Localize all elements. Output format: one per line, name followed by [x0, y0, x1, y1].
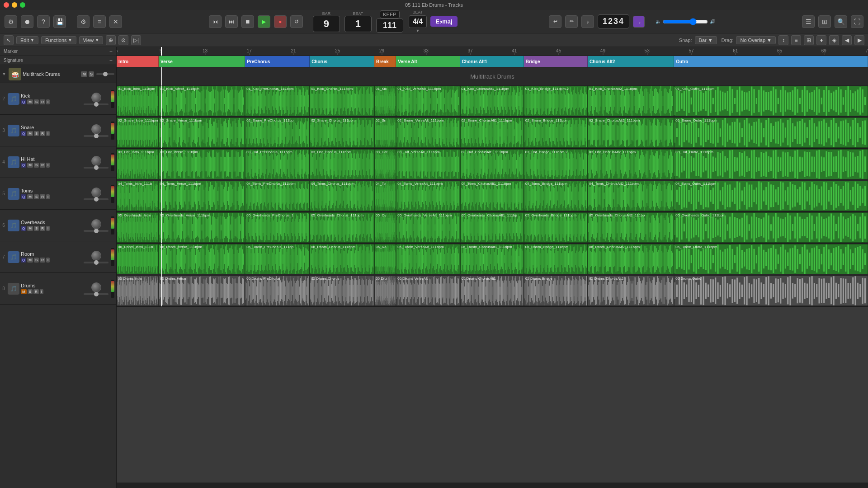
audio-clip-7-3[interactable]: 05 Drums Chorus — [310, 276, 374, 306]
drag-icon2[interactable]: ≡ — [791, 35, 801, 45]
m-btn-1[interactable]: M — [27, 99, 33, 104]
m-btn-6[interactable]: M — [27, 258, 33, 263]
search-button[interactable]: 🔍 — [835, 15, 847, 28]
audio-clip-2-5[interactable]: 02_Snare_VerseAlt_111bpm — [396, 117, 460, 148]
rewind-button[interactable]: ⏮ — [209, 15, 222, 28]
audio-clip-1-2[interactable]: 01_Kick_PreChorus_111bpm — [245, 86, 310, 116]
stop-button[interactable]: ⏹ — [241, 15, 254, 28]
audio-clip-5-0[interactable]: 05_Overheads_Intro — [117, 212, 159, 243]
pan-slider-1[interactable] — [84, 103, 108, 105]
audio-clip-1-7[interactable]: 01_Kick_Bridge_111bpm.2 — [524, 86, 588, 116]
forward-button[interactable]: ⏭ — [225, 15, 238, 28]
loop-button[interactable]: ↩ — [549, 15, 561, 28]
pan-slider-2[interactable] — [84, 135, 108, 137]
audio-clip-7-8[interactable]: 05 Drums ChorusAlt2 — [588, 276, 674, 306]
record-button[interactable]: ● — [274, 15, 287, 28]
audio-clip-6-6[interactable]: 06_Room_ChorusAlt1_111bpm — [460, 244, 524, 274]
audio-clip-3-9[interactable]: 03_Hat_Outro_111bpm — [674, 149, 868, 179]
volume-knob-6[interactable] — [91, 251, 101, 261]
pencil-button[interactable]: ✏ — [565, 15, 578, 28]
drag-icon5[interactable]: ◈ — [829, 35, 839, 45]
drag-icon1[interactable]: ↕ — [778, 35, 788, 45]
audio-clip-5-1[interactable]: 05_Overheads_Verse_111bpm — [159, 212, 245, 243]
setup-button[interactable]: ⚙ — [5, 15, 17, 28]
audio-clip-3-7[interactable]: 03_Hat_Bridge_111bpm.2 — [524, 149, 588, 179]
tuner-button[interactable]: 𝅗 — [633, 16, 645, 28]
audio-clip-3-1[interactable]: 03_Hat_Verse_111bpm — [159, 149, 245, 179]
track-s-btn-0[interactable]: S — [89, 71, 94, 77]
volume-knob-3[interactable] — [91, 156, 101, 166]
list-button[interactable]: ☰ — [802, 15, 815, 28]
pointer-tool[interactable]: ↖ — [4, 35, 14, 45]
m-btn-7[interactable]: M — [21, 289, 27, 294]
master-volume-slider[interactable] — [663, 18, 708, 25]
audio-clip-4-9[interactable]: 04_Toms_Outro_111bpm — [674, 181, 868, 211]
track-pan-0[interactable] — [96, 73, 114, 75]
audio-clip-6-8[interactable]: 06_Room_ChorusAlt2_111bpm — [588, 244, 674, 274]
audio-clip-3-5[interactable]: 03_Hat_VerseAlt_111bpm — [396, 149, 460, 179]
volume-knob-7[interactable] — [91, 282, 101, 292]
pan-slider-7[interactable] — [84, 293, 108, 295]
cycle-button[interactable]: ↺ — [290, 15, 303, 28]
audio-clip-6-0[interactable]: 06_Room_Intro_111b — [117, 244, 159, 274]
audio-clip-4-3[interactable]: 04_Toms_Chorus_111bpm — [310, 181, 374, 211]
pan-slider-3[interactable] — [84, 167, 108, 169]
arrange-segment-bridge[interactable]: Bridge — [524, 56, 588, 67]
audio-button[interactable]: ♪ — [581, 15, 594, 28]
arrange-segment-intro[interactable]: Intro — [117, 56, 159, 67]
arrange-segment-verse[interactable]: Verse — [159, 56, 245, 67]
audio-clip-7-2[interactable]: 05 Drums PreChorus — [245, 276, 310, 306]
record-settings-button[interactable]: ⏺ — [21, 15, 33, 28]
help-button[interactable]: ? — [37, 15, 50, 28]
audio-clip-4-2[interactable]: 04_Toms_PreChorus_111bpm — [245, 181, 310, 211]
edit-menu[interactable]: Edit ▼ — [16, 36, 38, 44]
marker-add-button[interactable]: + — [109, 48, 113, 55]
left-arrow-icon[interactable]: ◀ — [842, 35, 852, 45]
audio-clip-5-9[interactable]: 05_Overheads_Outro_111bpm — [674, 212, 868, 243]
audio-clip-4-8[interactable]: 04_Toms_ChorusAlt2_111bpm — [588, 181, 674, 211]
audio-clip-1-1[interactable]: 01_Kick_Verse_111bpm — [159, 86, 245, 116]
audio-clip-5-7[interactable]: 05_Overheads_Bridge_111bpm — [524, 212, 588, 243]
audio-clip-3-3[interactable]: 03_Hat_Chorus_111bpm — [310, 149, 374, 179]
arrange-segment-verse-alt[interactable]: Verse Alt — [396, 56, 460, 67]
m-btn-5[interactable]: M — [27, 226, 33, 231]
audio-clip-4-7[interactable]: 04_Toms_Bridge_111bpm — [524, 181, 588, 211]
audio-clip-5-8[interactable]: 05_Overheads_ChorusAlt2_111bp — [588, 212, 674, 243]
pan-slider-4[interactable] — [84, 198, 108, 200]
audio-clip-3-4[interactable]: 03_Hat — [374, 149, 396, 179]
volume-knob-5[interactable] — [91, 219, 101, 229]
audio-clip-4-6[interactable]: 04_Toms_ChorusAlt1_111bpm — [460, 181, 524, 211]
track-m-btn-0[interactable]: M — [81, 71, 87, 77]
audio-clip-1-6[interactable]: 01_Kick_ChorusAlt1_111bpm — [460, 86, 524, 116]
mixer-button[interactable]: ≡ — [93, 15, 106, 28]
counter-display[interactable]: 1234 — [598, 14, 629, 28]
audio-clip-7-4[interactable]: 05 Dru — [374, 276, 396, 306]
pan-slider-5[interactable] — [84, 230, 108, 232]
fold-btn-0[interactable]: ▼ — [1, 71, 7, 76]
volume-knob-1[interactable] — [91, 93, 101, 103]
arrange-segment-prechorus[interactable]: PreChorus — [245, 56, 310, 67]
s-btn-7[interactable]: S — [28, 289, 33, 294]
audio-clip-2-1[interactable]: 02_Snare_Verse_111bpm — [159, 117, 245, 148]
arrange-segment-chorus-alt1[interactable]: Chorus Alt1 — [460, 56, 524, 67]
minimize-button[interactable] — [12, 2, 17, 8]
arrange-segment-chorus[interactable]: Chorus — [310, 56, 374, 67]
audio-clip-4-4[interactable]: 04_To — [374, 181, 396, 211]
audio-clip-5-2[interactable]: 05_Overheads_PreChorus_1 — [245, 212, 310, 243]
functions-menu[interactable]: Functions ▼ — [41, 36, 76, 44]
audio-clip-2-8[interactable]: 02_Snare_ChorusAlt2_111bpm — [588, 117, 674, 148]
audio-clip-2-6[interactable]: 02_Snare_ChorusAlt1_111bpm — [460, 117, 524, 148]
audio-clip-2-9[interactable]: 02_Snare_Outro_111bpm — [674, 117, 868, 148]
audio-clip-2-4[interactable]: 02_Sn — [374, 117, 396, 148]
audio-clip-1-9[interactable]: 01_Kick_Outro_111bpm — [674, 86, 868, 116]
arrange-segment-outro[interactable]: Outro — [674, 56, 868, 67]
fullscreen-button[interactable]: ⛶ — [851, 15, 863, 28]
arrange-segment-break[interactable]: Break — [374, 56, 396, 67]
bar-display[interactable]: 9 — [313, 16, 340, 32]
m-btn-3[interactable]: M — [27, 163, 33, 168]
misc-button[interactable]: ✕ — [109, 15, 122, 28]
drag-icon4[interactable]: ♦ — [816, 35, 826, 45]
s-btn-4[interactable]: S — [34, 194, 39, 199]
audio-clip-5-3[interactable]: 05_Overheads_Chorus_111bpm — [310, 212, 374, 243]
audio-clip-1-5[interactable]: 01_Kick_VerseAlt_111bpm — [396, 86, 460, 116]
